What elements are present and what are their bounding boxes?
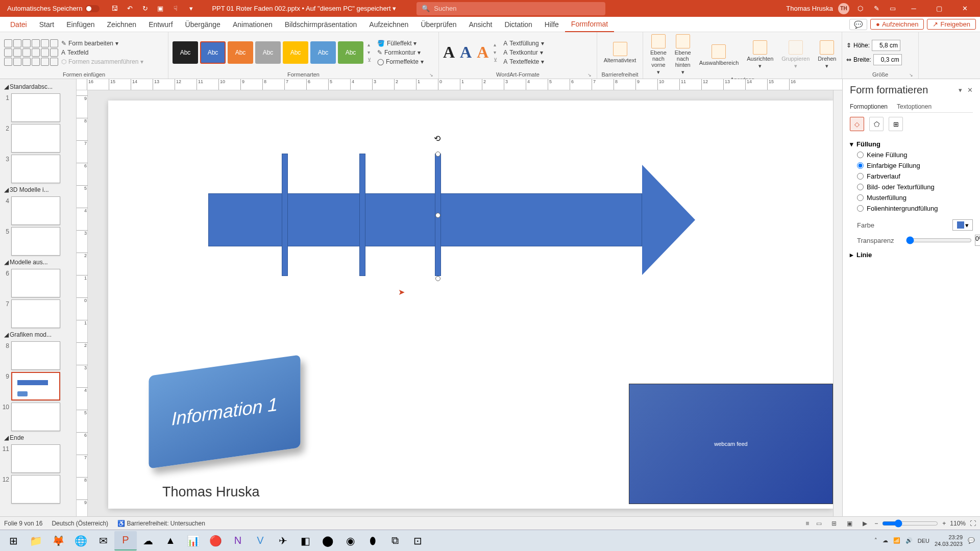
styles-launcher-icon[interactable]: ↘ <box>429 72 433 78</box>
shapes-gallery[interactable] <box>4 39 58 66</box>
rotate-button[interactable]: Drehen ▾ <box>815 40 839 69</box>
qat-more-icon[interactable]: ▾ <box>185 3 197 14</box>
tab-review[interactable]: Überprüfen <box>414 17 462 32</box>
slide-thumbnail-6[interactable] <box>11 269 60 297</box>
style-swatch-yellow[interactable]: Abc <box>283 41 308 64</box>
size-props-icon[interactable]: ⊞ <box>889 117 903 131</box>
shape-styles-gallery[interactable]: Abc Abc Abc Abc Abc Abc Abc <box>173 41 363 64</box>
app-icon[interactable]: ⊡ <box>406 531 429 550</box>
tab-help[interactable]: Hilfe <box>538 17 565 32</box>
firefox-icon[interactable]: 🦊 <box>47 531 69 550</box>
send-backward-button[interactable]: Ebene nach hinten ▾ <box>672 34 694 76</box>
text-effects-button[interactable]: A Texteffekte ▾ <box>502 58 545 66</box>
app-icon[interactable]: 🔴 <box>204 531 227 550</box>
slide-thumbnail-10[interactable] <box>11 403 60 431</box>
slide-thumbnail-7[interactable] <box>11 299 60 328</box>
style-swatch-black[interactable]: Abc <box>173 41 198 64</box>
wordart-launcher-icon[interactable]: ↘ <box>587 72 592 78</box>
style-swatch-blue[interactable]: Abc <box>200 41 226 64</box>
shape-effects-button[interactable]: ◯ Formeffekte ▾ <box>376 58 425 66</box>
gallery-down-icon[interactable]: ▾ <box>368 49 371 55</box>
slide-thumbnail-pane[interactable]: ◢ Standardabsc... 1 2 3 ◢ 3D Modelle i..… <box>0 79 77 516</box>
wa-gallery-down-icon[interactable]: ▾ <box>494 49 497 55</box>
outlook-icon[interactable]: ✉ <box>92 531 114 550</box>
obs-icon[interactable]: ⬤ <box>316 531 339 550</box>
size-launcher-icon[interactable]: ↘ <box>909 72 913 78</box>
save-icon[interactable]: 🖫 <box>109 3 120 14</box>
app-icon[interactable]: ⬮ <box>361 531 384 550</box>
transparency-slider[interactable] <box>906 236 972 244</box>
timeline-arrow-shape[interactable] <box>208 193 642 246</box>
minimize-button[interactable]: ─ <box>903 0 924 17</box>
vertical-scrollbar[interactable] <box>833 90 842 516</box>
slideshow-icon[interactable]: ▣ <box>155 3 166 14</box>
onenote-icon[interactable]: N <box>227 531 249 550</box>
vlc-icon[interactable]: ▲ <box>159 531 182 550</box>
wordart-style-2[interactable]: A <box>460 43 472 62</box>
app-icon[interactable]: ◉ <box>339 531 361 550</box>
style-swatch-green[interactable]: Abc <box>338 41 363 64</box>
fill-color-button[interactable]: ▾ <box>952 219 973 231</box>
app-icon[interactable]: 📊 <box>182 531 204 550</box>
resize-handle[interactable] <box>435 152 440 157</box>
maximize-button[interactable]: ▢ <box>929 0 949 17</box>
tab-slideshow[interactable]: Bildschirmpräsentation <box>279 17 363 32</box>
search-input[interactable] <box>434 5 600 12</box>
slideshow-view-icon[interactable]: ▶ <box>859 518 870 529</box>
wordart-gallery[interactable]: A A A <box>443 43 488 62</box>
slide-thumbnail-1[interactable] <box>11 93 60 122</box>
taskbar-clock[interactable]: 23:29 24.03.2023 <box>935 534 963 546</box>
slide-thumbnail-9[interactable] <box>11 372 60 400</box>
slide-thumbnail-2[interactable] <box>11 124 60 153</box>
normal-view-icon[interactable]: ▭ <box>813 518 824 529</box>
sorter-view-icon[interactable]: ⊞ <box>828 518 840 529</box>
style-swatch-gray[interactable]: Abc <box>255 41 281 64</box>
touch-icon[interactable]: ☟ <box>170 3 181 14</box>
section-header[interactable]: ◢ Modelle aus... <box>2 258 74 267</box>
tab-insert[interactable]: Einfügen <box>60 17 101 32</box>
info-3d-block[interactable]: Information 1 <box>149 355 300 469</box>
selection-pane-button[interactable]: Auswahlbereich <box>696 44 742 66</box>
volume-tray-icon[interactable]: 🔊 <box>905 537 913 544</box>
start-button[interactable]: ⊞ <box>2 531 24 550</box>
slide-thumbnail-4[interactable] <box>11 196 60 225</box>
bring-forward-button[interactable]: Ebene nach vorne ▾ <box>647 34 670 76</box>
language-indicator[interactable]: DEU <box>918 538 929 544</box>
draw-icon[interactable]: ✎ <box>871 3 882 14</box>
notes-button[interactable]: ≡ <box>805 520 809 527</box>
pane-close-icon[interactable]: ✕ <box>967 86 973 94</box>
align-button[interactable]: Ausrichten ▾ <box>744 40 776 69</box>
shape-fill-button[interactable]: 🪣 Fülleffekt ▾ <box>376 39 418 47</box>
gallery-up-icon[interactable]: ▴ <box>368 42 371 47</box>
rotation-handle-icon[interactable]: ⟲ <box>434 134 442 142</box>
slide-thumbnail-8[interactable] <box>11 341 60 370</box>
explorer-icon[interactable]: 📁 <box>24 531 47 550</box>
resize-handle[interactable] <box>435 213 440 218</box>
zoom-in-button[interactable]: + <box>942 520 946 527</box>
vscode-icon[interactable]: V <box>249 531 272 550</box>
tab-animations[interactable]: Animationen <box>227 17 279 32</box>
fill-section-header[interactable]: ▾ Füllung <box>850 137 973 151</box>
tray-expand-icon[interactable]: ˄ <box>874 537 877 544</box>
tab-dictation[interactable]: Dictation <box>498 17 538 32</box>
user-avatar[interactable]: TH <box>838 3 849 14</box>
search-box[interactable]: 🔍 <box>416 2 605 15</box>
undo-icon[interactable]: ↶ <box>124 3 135 14</box>
slide-counter[interactable]: Folie 9 von 16 <box>4 520 42 527</box>
text-fill-button[interactable]: A Textfüllung ▾ <box>502 39 545 47</box>
zoom-out-button[interactable]: − <box>874 520 878 527</box>
tab-design[interactable]: Entwurf <box>142 17 179 32</box>
text-options-tab[interactable]: Textoptionen <box>897 101 932 112</box>
fill-radio-none[interactable]: Keine Füllung <box>857 151 973 159</box>
edit-shape-button[interactable]: ✎ Form bearbeiten ▾ <box>60 39 119 47</box>
zoom-level[interactable]: 110% <box>950 520 966 527</box>
language-status[interactable]: Deutsch (Österreich) <box>52 520 108 527</box>
wa-gallery-up-icon[interactable]: ▴ <box>494 42 497 47</box>
tab-view[interactable]: Ansicht <box>462 17 498 32</box>
shape-options-tab[interactable]: Formoptionen <box>850 101 888 112</box>
slide-thumbnail-11[interactable] <box>11 444 60 473</box>
network-tray-icon[interactable]: 📶 <box>893 537 900 544</box>
height-input[interactable] <box>872 40 900 51</box>
fill-radio-slidebg[interactable]: Folienhintergrundfüllung <box>857 205 973 212</box>
record-button[interactable]: ● Aufzeichnen <box>870 19 924 30</box>
